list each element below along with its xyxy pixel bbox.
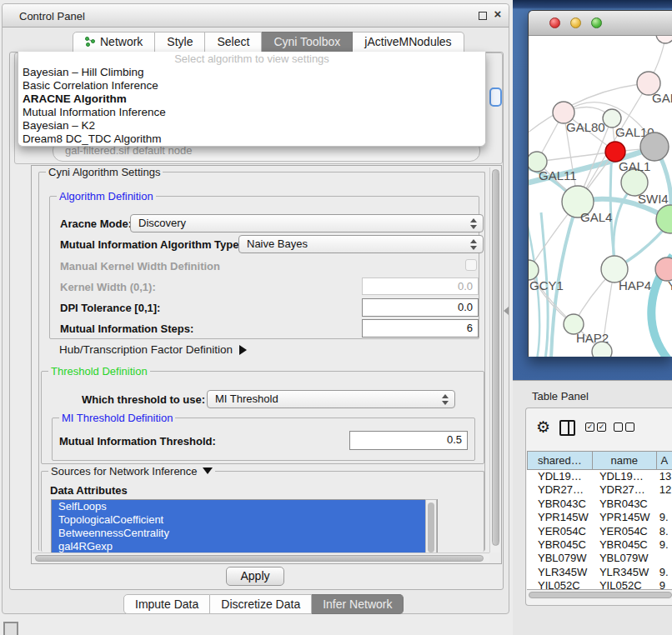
table-cell: YPR145W	[527, 511, 593, 524]
show-columns-icon[interactable]	[559, 420, 575, 436]
deselect-all-checkbox-icon[interactable]	[614, 422, 623, 432]
which-threshold-label: Which threshold to use:	[82, 393, 205, 406]
column-header[interactable]: A	[657, 451, 672, 470]
tab-select[interactable]: Select	[205, 32, 262, 52]
dpi-tolerance-label: DPI Tolerance [0,1]:	[60, 302, 160, 314]
settings-horizontal-scrollbar[interactable]	[33, 552, 489, 562]
aracne-mode-combo[interactable]: Discovery	[130, 214, 484, 232]
tab-cyni-toolbox[interactable]: Cyni Toolbox	[262, 32, 353, 52]
window-close-icon[interactable]	[549, 18, 560, 28]
sources-title[interactable]: Sources for Network Inference	[48, 465, 215, 478]
table-row[interactable]: YBR045CYBR045C9.	[527, 538, 672, 552]
attribute-table: shared… name A YDL19…YDL19…13YDR27…YDR27…	[527, 451, 672, 589]
table-cell: YBR045C	[593, 538, 657, 552]
node-label: GAL11	[539, 168, 577, 182]
table-row[interactable]: YBL079WYBL079W	[527, 552, 672, 565]
tab-discretize-data[interactable]: Discretize Data	[210, 594, 312, 614]
table-cell: YBR043C	[593, 498, 657, 511]
node-label: GAL7	[652, 91, 672, 105]
window-zoom-icon[interactable]	[591, 18, 602, 28]
table-cell	[657, 498, 672, 511]
network-canvas[interactable]: GAL7GAL80GAL10GAL11GAL1GAL4SWI4GCY1HAP4Y…	[529, 36, 672, 357]
node-label: GCY1	[529, 278, 564, 292]
select-all-checkbox-icon[interactable]: ✓	[585, 422, 594, 432]
algorithm-option-selected[interactable]: ARACNE Algorithm	[18, 92, 485, 106]
tab-network[interactable]: Network	[73, 32, 155, 52]
window-minimize-icon[interactable]	[570, 18, 581, 28]
table-cell: YLR345W	[593, 566, 657, 579]
control-panel-titlebar: Control Panel ×	[3, 4, 509, 28]
data-attributes-label: Data Attributes	[50, 484, 128, 497]
network-node[interactable]	[656, 205, 672, 233]
data-attributes-list[interactable]: SelfLoops TopologicalCoefficient Between…	[51, 499, 438, 558]
table-panel-title: Table Panel	[532, 390, 589, 402]
table-header-row: shared… name A	[527, 451, 672, 470]
algorithm-option[interactable]: Bayesian – Hill Climbing	[18, 66, 485, 79]
hub-definition-expander[interactable]: Hub/Transcription Factor Definition	[59, 343, 247, 356]
table-panel: Table Panel ⚙ ✓ ✓ shared… name A YDL19…Y…	[513, 380, 672, 635]
algorithm-definition-group: Algorithm Definition Aracne Mode: Discov…	[49, 196, 479, 339]
which-threshold-combo[interactable]: MI Threshold	[207, 390, 455, 408]
table-row[interactable]: YPR145WYPR145W9.	[527, 511, 672, 524]
attribute-item-selected[interactable]: BetweennessCentrality	[52, 527, 437, 540]
collapse-down-icon	[203, 468, 213, 474]
algorithm-option[interactable]: Basic Correlation Inference	[18, 79, 485, 92]
attribute-item-selected[interactable]: SelfLoops	[52, 500, 437, 513]
gear-icon[interactable]: ⚙	[536, 419, 550, 435]
table-cell: 9.	[657, 538, 672, 552]
mi-threshold-field[interactable]: 0.5	[349, 431, 468, 450]
panel-splitter-handle[interactable]	[504, 307, 509, 315]
float-panel-icon[interactable]	[479, 12, 487, 20]
node-label: HAP4	[619, 278, 651, 292]
aracne-mode-label: Aracne Mode:	[60, 218, 132, 230]
table-row[interactable]: YDR27…YDR27…12	[527, 483, 672, 497]
attribute-table-body: YDL19…YDL19…13YDR27…YDR27…12YBR043CYBR04…	[527, 470, 672, 589]
network-node[interactable]	[592, 342, 612, 357]
tab-jactivemnodules[interactable]: jActiveMNodules	[353, 32, 464, 52]
mi-type-combo[interactable]: Naive Bayes	[238, 235, 484, 253]
table-row[interactable]: YLR345WYLR345W9.	[527, 566, 672, 579]
tab-style[interactable]: Style	[155, 32, 205, 52]
algorithm-dropdown-popup: Select algorithm to view settings Bayesi…	[18, 52, 486, 147]
mi-steps-field[interactable]: 6	[362, 319, 479, 338]
select-all-checkbox-icon[interactable]: ✓	[597, 422, 606, 432]
table-cell: YBL079W	[593, 552, 657, 565]
attribute-item-selected[interactable]: gal4RGexp	[52, 540, 437, 553]
algorithm-option[interactable]: Bayesian – K2	[18, 119, 485, 132]
network-edge[interactable]	[537, 152, 615, 162]
column-header[interactable]: name	[593, 451, 657, 470]
table-row[interactable]: YDL19…YDL19…13	[527, 470, 672, 483]
close-panel-icon[interactable]: ×	[492, 8, 504, 20]
table-cell: 9	[657, 579, 672, 589]
kernel-width-field[interactable]: 0.0	[362, 278, 479, 295]
dpi-tolerance-field[interactable]: 0.0	[362, 298, 479, 317]
network-icon	[85, 37, 96, 47]
tab-impute-data[interactable]: Impute Data	[123, 594, 210, 614]
network-node[interactable]	[640, 132, 669, 161]
tab-infer-network[interactable]: Infer Network	[312, 594, 404, 614]
network-window-titlebar[interactable]	[529, 11, 672, 36]
column-header[interactable]: shared…	[527, 451, 593, 470]
algorithm-option[interactable]: Mutual Information Inference	[18, 106, 485, 119]
settings-vertical-scrollbar[interactable]	[489, 168, 500, 552]
algorithm-option[interactable]: Dream8 DC_TDC Algorithm	[18, 132, 485, 146]
network-view-window[interactable]: GAL7GAL80GAL10GAL11GAL1GAL4SWI4GCY1HAP4Y…	[528, 10, 672, 357]
deselect-all-checkbox-icon[interactable]	[625, 422, 634, 432]
table-horizontal-scrollbar[interactable]	[527, 589, 672, 600]
table-row[interactable]: YER054CYER054C8.	[527, 525, 672, 538]
minimized-panel-icon[interactable]	[3, 622, 18, 635]
algorithm-combo-stepper[interactable]	[489, 88, 502, 107]
group-title: MI Threshold Definition	[59, 412, 175, 424]
network-node[interactable]	[656, 36, 672, 43]
settings-scroll-area: Cyni Algorithm Settings Algorithm Defini…	[31, 165, 502, 564]
table-row[interactable]: YBR043CYBR043C	[527, 498, 672, 511]
table-panel-body: ⚙ ✓ ✓ shared… name A YDL19…YDL19…13YDR27…	[525, 408, 672, 606]
attribute-item-selected[interactable]: TopologicalCoefficient	[52, 513, 437, 527]
table-row[interactable]: YIL052CYIL052C9	[527, 579, 672, 589]
combo-stepper-icon	[442, 394, 449, 405]
manual-kernel-checkbox[interactable]	[465, 259, 477, 271]
mi-type-label: Mutual Information Algorithm Type:	[60, 238, 243, 251]
network-canvas-svg: GAL7GAL80GAL10GAL11GAL1GAL4SWI4GCY1HAP4Y…	[529, 36, 672, 357]
apply-button[interactable]: Apply	[226, 567, 284, 586]
attributes-scrollbar[interactable]	[425, 499, 437, 558]
